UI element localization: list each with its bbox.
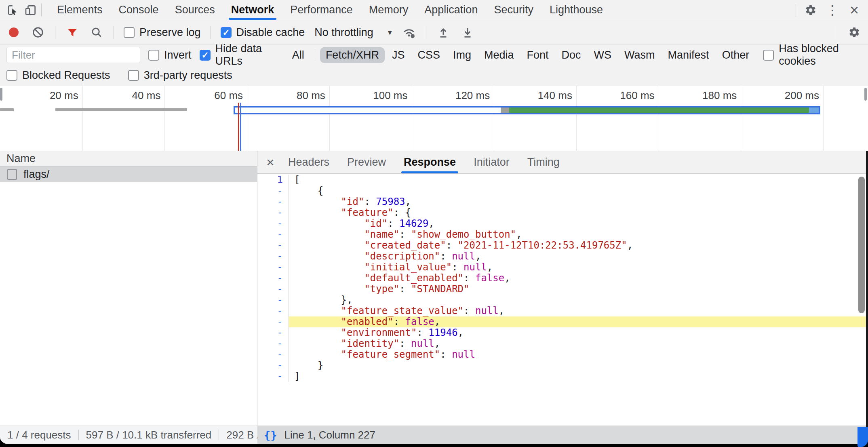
timeline-gridline (82, 86, 83, 151)
filter-type-ws[interactable]: WS (588, 47, 617, 63)
code-line: - "name": "show_demo_button", (257, 229, 868, 240)
line-number-gutter: - (257, 349, 289, 360)
import-har-icon[interactable] (436, 25, 451, 40)
code-line: - } (257, 360, 868, 371)
filter-type-manifest[interactable]: Manifest (662, 47, 715, 63)
network-overview-timeline[interactable]: 20 ms40 ms60 ms80 ms100 ms120 ms140 ms16… (0, 86, 868, 151)
detail-tabbar: × HeadersPreviewResponseInitiatorTiming (257, 151, 868, 174)
search-icon[interactable] (89, 25, 104, 40)
timeline-tick-label: 140 ms (512, 89, 572, 102)
code-line: - }, (257, 295, 868, 306)
filter-type-font[interactable]: Font (521, 47, 554, 63)
tab-application[interactable]: Application (416, 0, 486, 20)
detail-tab-preview[interactable]: Preview (338, 151, 395, 173)
divider (55, 26, 55, 39)
network-toolbar: Preserve log Disable cache No throttling… (0, 20, 868, 44)
checkbox-box (763, 50, 774, 61)
inspect-element-icon[interactable] (6, 3, 20, 17)
filter-type-js[interactable]: JS (386, 47, 411, 63)
tab-console[interactable]: Console (111, 0, 167, 20)
divider (796, 4, 796, 17)
third-party-requests-checkbox[interactable]: 3rd-party requests (128, 69, 232, 82)
timeline-gridline (164, 86, 165, 151)
code-line: - { (257, 186, 868, 196)
code-text: "enabled": false, (289, 316, 868, 327)
clear-network-log-icon[interactable] (31, 25, 45, 40)
tab-performance[interactable]: Performance (282, 0, 361, 20)
tab-security[interactable]: Security (486, 0, 541, 20)
third-party-requests-label: 3rd-party requests (144, 69, 232, 82)
line-number-gutter: - (257, 284, 289, 295)
requests-name-column-header[interactable]: Name (0, 151, 257, 167)
device-toolbar-icon[interactable] (23, 3, 38, 17)
resources-size: 292 B / 2 (219, 429, 257, 441)
detail-tab-timing[interactable]: Timing (518, 151, 569, 173)
divider (837, 26, 837, 39)
request-file-icon (7, 169, 17, 180)
request-bar-segment (235, 108, 501, 113)
tab-memory[interactable]: Memory (361, 0, 417, 20)
export-har-icon[interactable] (460, 25, 475, 40)
filter-type-doc[interactable]: Doc (556, 47, 587, 63)
invert-checkbox[interactable]: Invert (148, 49, 192, 61)
pretty-print-button[interactable]: {} (264, 429, 277, 441)
filter-type-media[interactable]: Media (478, 47, 520, 63)
timeline-tick-label: 160 ms (594, 89, 655, 102)
line-number-gutter: - (257, 316, 289, 327)
hide-data-urls-checkbox[interactable]: Hide data URLs (200, 42, 278, 67)
code-text: "id": 75983, (289, 196, 868, 207)
code-text: "initial_value": null, (289, 262, 868, 273)
filter-type-css[interactable]: CSS (412, 47, 446, 63)
request-detail-panel: × HeadersPreviewResponseInitiatorTiming … (257, 151, 868, 426)
resource-type-filters: AllFetch/XHRJSCSSImgMediaFontDocWSWasmMa… (287, 47, 755, 63)
disable-cache-checkbox[interactable]: Disable cache (221, 26, 305, 39)
tab-lighthouse[interactable]: Lighthouse (541, 0, 611, 20)
filter-type-img[interactable]: Img (447, 47, 477, 63)
code-line: -] (257, 371, 868, 382)
requests-count: 1 / 4 requests (0, 429, 78, 441)
timeline-gridline (494, 86, 494, 151)
close-devtools-icon[interactable]: × (847, 2, 862, 18)
requests-panel: Name flags/ (0, 151, 257, 426)
has-blocked-cookies-checkbox[interactable]: Has blocked cookies (763, 42, 862, 67)
close-detail-icon[interactable]: × (261, 151, 279, 173)
filter-funnel-icon[interactable] (65, 25, 80, 40)
code-line: - "identity": null, (257, 338, 868, 349)
network-settings-gear-icon[interactable] (847, 25, 862, 40)
timeline-gridline (412, 86, 412, 151)
filter-input[interactable] (6, 47, 140, 63)
filter-type-wasm[interactable]: Wasm (619, 47, 661, 63)
window-edge-shadow (866, 151, 868, 428)
record-network-log-icon[interactable] (6, 25, 21, 40)
detail-tabs: HeadersPreviewResponseInitiatorTiming (279, 151, 569, 173)
timeline-tick-label: 40 ms (100, 89, 160, 102)
timeline-tick-label: 80 ms (265, 89, 325, 102)
tab-network[interactable]: Network (223, 0, 282, 20)
detail-tab-headers[interactable]: Headers (279, 151, 338, 173)
timeline-tick-label: 180 ms (676, 89, 737, 102)
preserve-log-label: Preserve log (139, 26, 201, 39)
network-conditions-icon[interactable] (402, 25, 416, 40)
filter-type-other[interactable]: Other (716, 47, 755, 63)
overview-range-handle-left[interactable] (0, 88, 2, 101)
code-text: }, (289, 295, 868, 306)
filter-type-all[interactable]: All (287, 47, 310, 63)
timeline-gridline (576, 86, 577, 151)
throttling-select[interactable]: No throttling ▾ (314, 26, 392, 39)
tab-elements[interactable]: Elements (49, 0, 111, 20)
code-text: "environment": 11946, (289, 327, 868, 338)
filter-type-fetch-xhr[interactable]: Fetch/XHR (320, 47, 385, 63)
blocked-requests-checkbox[interactable]: Blocked Requests (6, 69, 110, 82)
vertical-scrollbar-thumb[interactable] (858, 177, 865, 313)
tab-sources[interactable]: Sources (167, 0, 223, 20)
detail-tab-response[interactable]: Response (395, 151, 465, 173)
overview-range-handle-right[interactable] (864, 88, 867, 101)
status-bar: 1 / 4 requests 597 B / 10.1 kB transferr… (0, 426, 868, 444)
preserve-log-checkbox[interactable]: Preserve log (124, 26, 201, 39)
response-body-viewer[interactable]: 1[- {- "id": 75983,- "feature": {- "id":… (257, 174, 868, 426)
detail-tab-initiator[interactable]: Initiator (465, 151, 518, 173)
more-options-icon[interactable]: ⋮ (825, 2, 840, 18)
request-row-flags[interactable]: flags/ (0, 167, 257, 182)
settings-gear-icon[interactable] (803, 3, 818, 17)
code-line: - "environment": 11946, (257, 327, 868, 338)
